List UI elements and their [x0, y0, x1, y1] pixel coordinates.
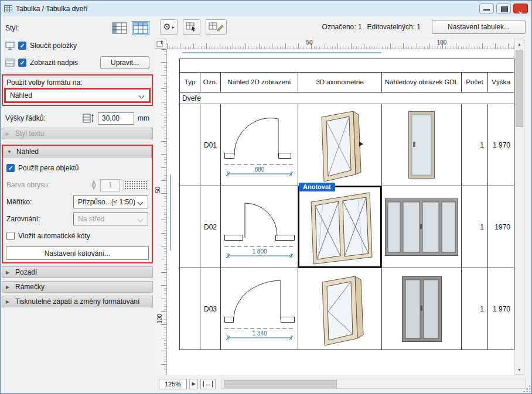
scroll-up-icon[interactable]: ▲ — [515, 39, 524, 49]
titlebar[interactable]: Tabulka / Tabulka dveří — [1, 1, 531, 16]
vertical-scrollbar-thumb[interactable] — [516, 50, 523, 127]
cell-3d-d03[interactable] — [298, 268, 382, 350]
table-style-b-icon — [133, 22, 148, 34]
close-button[interactable] — [513, 4, 528, 13]
cell-id-d02[interactable]: D02 — [200, 186, 221, 268]
section-text-style[interactable]: Styl textu — [2, 128, 153, 139]
select-items-button[interactable] — [183, 19, 200, 35]
selected-count: Označeno: 1 — [322, 23, 362, 31]
cell-typ-d02[interactable] — [180, 186, 200, 268]
style-compact-button[interactable] — [111, 21, 128, 35]
header-pocet[interactable]: Počet — [462, 73, 488, 92]
show-title-label: Zobrazit nadpis — [30, 59, 78, 67]
section-preview[interactable]: Náhled — [3, 146, 152, 157]
schedule-canvas[interactable]: Typ Ozn. Náhled 2D zobrazení 3D axonomet… — [167, 49, 515, 375]
merge-items-checkbox[interactable] — [18, 42, 26, 50]
section-frames[interactable]: Rámečky — [2, 281, 153, 293]
cell-height-d01[interactable]: 1 970 — [488, 104, 514, 186]
cell-count-d03[interactable]: 1 — [462, 268, 488, 350]
format-target-select[interactable]: Náhled — [5, 89, 149, 102]
show-title-checkbox[interactable] — [18, 59, 26, 67]
fit-width-button[interactable]: ↔ — [200, 379, 216, 389]
statusbar: 125% ▶ ↔ — [154, 378, 526, 390]
row-height-input[interactable] — [98, 112, 134, 125]
zoom-level-control[interactable]: 125% — [159, 379, 187, 389]
ruler-origin-button[interactable] — [155, 39, 166, 49]
scale-select[interactable]: Přizpůso...(≤ 1:50) — [73, 196, 148, 208]
cell-count-d01[interactable]: 1 — [462, 104, 488, 186]
horizontal-scrollbar-thumb[interactable] — [224, 380, 337, 388]
show-title-icon — [5, 59, 15, 67]
table-style-a-icon — [112, 22, 127, 34]
section-footer[interactable]: Tisknutelné zápatí a změny formátování — [2, 296, 153, 307]
dimension-settings-button[interactable]: Nastavení kótování... — [6, 246, 149, 260]
gear-icon: ⚙ — [163, 22, 170, 32]
header-vyska[interactable]: Výška — [488, 73, 514, 92]
cell-gdl-d02[interactable] — [382, 186, 462, 268]
alignment-select[interactable]: Na střed — [73, 213, 148, 225]
door-3d-drawing — [305, 189, 374, 265]
svg-text:1 800: 1 800 — [252, 248, 267, 255]
cell-gdl-d03[interactable] — [382, 268, 462, 350]
vertical-ruler[interactable]: 50 100 — [154, 49, 167, 375]
maximize-button[interactable] — [496, 4, 511, 13]
section-background[interactable]: Pozadí — [2, 266, 153, 278]
cell-id-d01[interactable]: D01 — [200, 104, 221, 186]
use-object-pens-checkbox[interactable] — [6, 164, 15, 172]
header-typ[interactable]: Typ — [180, 73, 200, 92]
edit-title-button[interactable]: Upravit... — [100, 56, 149, 69]
cell-height-d03[interactable]: 1 970 — [488, 268, 514, 350]
cell-2d-d01[interactable]: 880 — [221, 104, 298, 186]
selection-guide-vertical — [170, 174, 171, 251]
horizontal-scrollbar[interactable] — [221, 379, 526, 389]
cell-2d-d02[interactable]: 1 800 — [221, 186, 298, 268]
scroll-down-icon[interactable]: ▼ — [515, 365, 524, 374]
window-title: Tabulka / Tabulka dveří — [16, 5, 88, 13]
cell-2d-d03[interactable]: 1 340 — [221, 268, 298, 350]
header-ozn[interactable]: Ozn. — [200, 73, 221, 92]
door-gdl-preview — [385, 198, 458, 256]
cell-typ-d03[interactable] — [180, 268, 200, 350]
edit-items-button[interactable] — [206, 19, 227, 35]
scheme-settings-button[interactable]: ⚙ ▸ — [160, 19, 178, 35]
header-gdl[interactable]: Náhledový obrázek GDL — [382, 73, 462, 92]
schedule-table[interactable]: Typ Ozn. Náhled 2D zobrazení 3D axonomet… — [179, 59, 514, 350]
chevron-right-icon — [6, 299, 12, 304]
cell-3d-d02-selected[interactable] — [298, 186, 382, 268]
pen-pattern-selector[interactable] — [124, 180, 148, 190]
cell-gdl-d01[interactable] — [382, 104, 462, 186]
group-row-dvere[interactable]: Dveře — [180, 92, 514, 104]
header-2d[interactable]: Náhled 2D zobrazení — [221, 73, 298, 92]
cell-typ-d01[interactable] — [180, 104, 200, 186]
style-label: Styl: — [5, 24, 19, 32]
style-grid-button[interactable] — [132, 21, 149, 35]
row-height-icon[interactable] — [83, 114, 94, 123]
cell-count-d02[interactable]: 1 — [462, 186, 488, 268]
alignment-value: Na střed — [78, 215, 104, 223]
annotate-badge[interactable]: Anotovat — [299, 183, 335, 191]
chevron-right-icon — [6, 270, 12, 275]
vertical-scrollbar[interactable]: ▲ ▼ — [514, 39, 524, 375]
horizontal-ruler[interactable]: 50 100 — [167, 39, 515, 49]
minimize-button[interactable] — [479, 4, 494, 13]
scale-label: Měřítko: — [6, 198, 32, 206]
cell-id-d03[interactable]: D03 — [200, 268, 221, 350]
section-text-style-label: Styl textu — [15, 129, 44, 138]
merge-items-icon — [5, 42, 15, 50]
table-title-strip[interactable] — [180, 59, 514, 73]
selection-guide-horizontal — [182, 52, 381, 53]
cell-height-d02[interactable]: 1970 — [488, 186, 514, 268]
header-3d[interactable]: 3D axonometrie — [298, 73, 382, 92]
v-ruler-label-100: 100 — [156, 314, 163, 324]
h-ruler-label-100: 100 — [437, 39, 447, 46]
svg-text:1 340: 1 340 — [252, 330, 267, 337]
pen-number-input[interactable] — [100, 179, 120, 191]
cell-3d-d01[interactable] — [298, 104, 382, 186]
chevron-right-icon — [6, 131, 12, 136]
door-3d-drawing — [311, 272, 369, 347]
edit-table-icon — [209, 22, 224, 32]
table-settings-button[interactable]: Nastavení tabulek... — [432, 20, 526, 34]
zoom-menu-button[interactable]: ▶ — [189, 379, 198, 389]
section-preview-label: Náhled — [16, 148, 39, 156]
auto-dimensions-checkbox[interactable] — [6, 232, 15, 240]
